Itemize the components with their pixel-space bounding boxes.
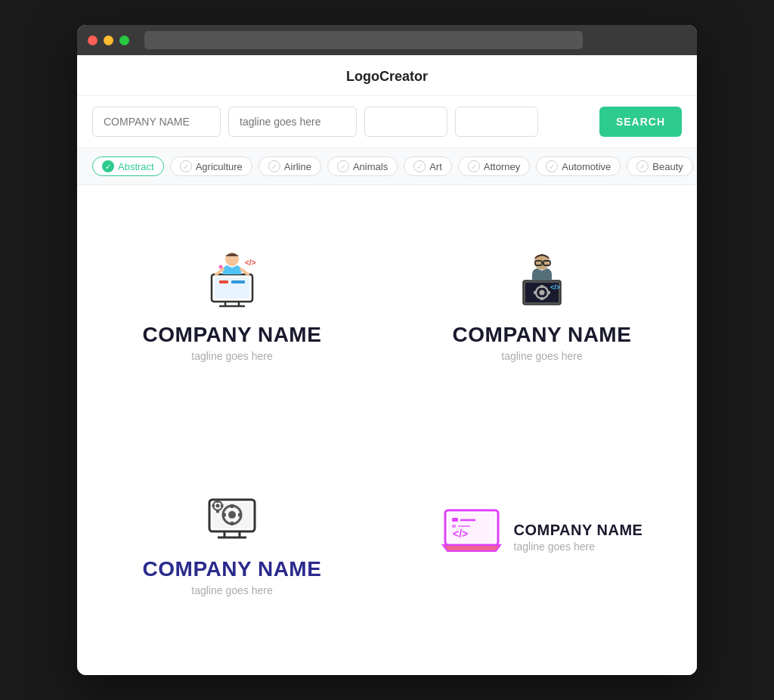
svg-rect-32 bbox=[231, 504, 234, 508]
check-icon-automotive: ✓ bbox=[546, 160, 558, 172]
category-chip-airline[interactable]: ✓ Airline bbox=[259, 156, 321, 176]
svg-rect-35 bbox=[238, 513, 242, 517]
check-icon-beauty: ✓ bbox=[636, 160, 649, 172]
developer-icon: </> bbox=[198, 243, 266, 311]
category-label-attorney: Attorney bbox=[484, 161, 520, 172]
check-icon-art: ✓ bbox=[413, 160, 426, 172]
logo-card-1[interactable]: </> COMPANY NAME tagline goes here bbox=[77, 185, 387, 420]
search-bar: SEARCH bbox=[77, 96, 697, 148]
category-chip-art[interactable]: ✓ Art bbox=[404, 156, 452, 176]
maximize-button[interactable] bbox=[119, 36, 129, 45]
svg-rect-40 bbox=[212, 504, 215, 507]
categories-bar: ✓ Abstract ✓ Agriculture ✓ Airline ✓ Ani… bbox=[77, 148, 697, 185]
logo-4-company-name: COMPANY NAME bbox=[514, 522, 643, 539]
logo-3-company-name: COMPANY NAME bbox=[143, 557, 322, 581]
svg-text:</>: </> bbox=[453, 528, 468, 540]
logo-card-3[interactable]: COMPANY NAME tagline goes here bbox=[77, 420, 387, 654]
logo-card-2[interactable]: </> COMPANY NAME tagline goes here bbox=[387, 185, 697, 420]
color1-input[interactable] bbox=[364, 107, 447, 137]
laptop-icon: </> bbox=[441, 504, 502, 557]
close-button[interactable] bbox=[88, 36, 98, 45]
svg-rect-6 bbox=[231, 280, 245, 283]
tagline-input[interactable] bbox=[228, 107, 357, 137]
check-icon-animals: ✓ bbox=[337, 160, 349, 172]
logo-2-tagline: tagline goes here bbox=[501, 350, 582, 362]
company-name-input[interactable] bbox=[92, 107, 221, 137]
category-label-airline: Airline bbox=[284, 161, 311, 172]
svg-rect-44 bbox=[452, 518, 458, 522]
app-window: LogoCreator SEARCH ✓ Abstract ✓ Agricult… bbox=[77, 25, 697, 675]
check-icon-airline: ✓ bbox=[268, 160, 280, 172]
category-label-beauty: Beauty bbox=[652, 161, 683, 172]
check-icon-agriculture: ✓ bbox=[180, 160, 192, 172]
category-label-abstract: Abstract bbox=[118, 161, 154, 172]
svg-rect-41 bbox=[221, 504, 224, 507]
category-chip-agriculture[interactable]: ✓ Agriculture bbox=[170, 156, 252, 176]
logo-3-tagline: tagline goes here bbox=[191, 584, 272, 596]
svg-rect-18 bbox=[534, 291, 537, 294]
svg-point-11 bbox=[219, 265, 223, 269]
check-icon-abstract: ✓ bbox=[102, 160, 114, 172]
category-label-animals: Animals bbox=[353, 161, 388, 172]
svg-rect-5 bbox=[219, 280, 228, 283]
category-chip-animals[interactable]: ✓ Animals bbox=[327, 156, 398, 176]
svg-text:</>: </> bbox=[550, 283, 560, 291]
category-label-automotive: Automotive bbox=[562, 161, 611, 172]
hacker-icon: </> bbox=[508, 243, 576, 311]
monitor-gears-icon bbox=[198, 477, 266, 545]
category-chip-automotive[interactable]: ✓ Automotive bbox=[536, 156, 621, 176]
search-button[interactable]: SEARCH bbox=[599, 107, 682, 137]
svg-point-37 bbox=[216, 504, 220, 508]
category-label-art: Art bbox=[429, 161, 442, 172]
titlebar bbox=[77, 25, 697, 55]
logo-2-company-name: COMPANY NAME bbox=[453, 323, 632, 347]
app-content: LogoCreator SEARCH ✓ Abstract ✓ Agricult… bbox=[77, 55, 697, 675]
logo-4-text-group: COMPANY NAME tagline goes here bbox=[514, 522, 643, 553]
svg-rect-38 bbox=[216, 500, 219, 503]
minimize-button[interactable] bbox=[104, 36, 113, 45]
category-chip-abstract[interactable]: ✓ Abstract bbox=[92, 156, 164, 176]
color2-input[interactable] bbox=[455, 107, 538, 137]
svg-rect-16 bbox=[540, 285, 543, 288]
logo-1-tagline: tagline goes here bbox=[191, 350, 272, 362]
app-header: LogoCreator bbox=[77, 55, 697, 96]
logo-card-4[interactable]: </> COMPANY NAME tagline goes here bbox=[387, 420, 697, 654]
logo-1-company-name: COMPANY NAME bbox=[143, 323, 322, 347]
svg-rect-34 bbox=[222, 513, 226, 517]
category-label-agriculture: Agriculture bbox=[196, 161, 243, 172]
svg-point-31 bbox=[228, 511, 236, 519]
logo-grid: </> COMPANY NAME tagline goes here bbox=[77, 185, 697, 654]
app-title: LogoCreator bbox=[346, 69, 428, 84]
category-chip-attorney[interactable]: ✓ Attorney bbox=[458, 156, 530, 176]
svg-text:</>: </> bbox=[245, 259, 256, 267]
svg-rect-19 bbox=[547, 291, 550, 294]
check-icon-attorney: ✓ bbox=[468, 160, 480, 172]
svg-rect-17 bbox=[540, 297, 543, 300]
svg-rect-33 bbox=[231, 522, 234, 525]
category-chip-beauty[interactable]: ✓ Beauty bbox=[627, 156, 692, 176]
url-bar[interactable] bbox=[144, 31, 583, 49]
svg-rect-39 bbox=[216, 510, 219, 513]
logo-4-tagline: tagline goes here bbox=[514, 540, 643, 553]
svg-point-15 bbox=[540, 290, 545, 296]
